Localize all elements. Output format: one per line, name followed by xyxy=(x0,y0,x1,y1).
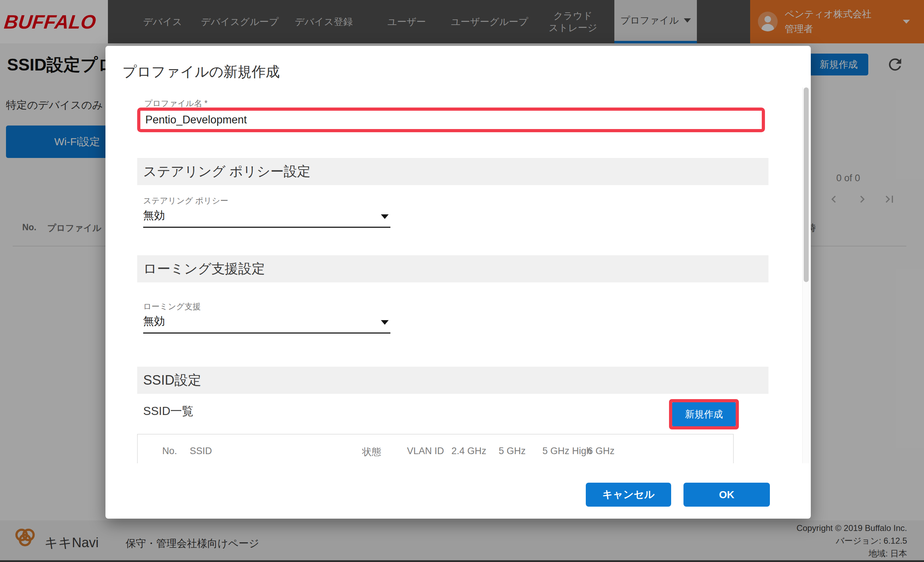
section-header-ssid: SSID設定 xyxy=(137,367,768,394)
ssid-list-label: SSID一覧 xyxy=(143,403,194,419)
ssid-col-vlan: VLAN ID xyxy=(407,446,444,457)
dialog-scroll-area[interactable]: プロファイル名 * ステアリング ポリシー設定 ステアリング ポリシー 無効 ロ… xyxy=(105,87,811,463)
section-header-label: SSID設定 xyxy=(143,371,201,389)
steering-policy-label: ステアリング ポリシー xyxy=(143,195,228,206)
section-header-label: ステアリング ポリシー設定 xyxy=(143,163,311,180)
ssid-create-button[interactable]: 新規作成 xyxy=(672,402,736,426)
profile-name-input[interactable] xyxy=(140,111,762,129)
ssid-col-5ghzhigh: 5 GHz High xyxy=(542,446,592,457)
dropdown-arrow-icon[interactable] xyxy=(381,320,388,325)
ssid-col-ssid: SSID xyxy=(190,446,212,457)
ssid-col-6ghz: 6 GHz xyxy=(588,446,615,457)
roaming-assist-select[interactable]: 無効 xyxy=(143,314,165,328)
section-header-roaming: ローミング支援設定 xyxy=(137,255,768,282)
create-profile-dialog: プロファイルの新規作成 プロファイル名 * ステアリング ポリシー設定 ステアリ… xyxy=(105,46,811,519)
ssid-table: No. SSID 状態 VLAN ID 2.4 GHz 5 GHz 5 GHz … xyxy=(137,434,734,463)
dialog-scrollbar[interactable] xyxy=(802,87,809,463)
ssid-col-5ghz: 5 GHz xyxy=(499,446,526,457)
annotation-box-profile-name xyxy=(137,108,765,132)
steering-policy-select[interactable]: 無効 xyxy=(143,208,165,223)
dialog-title: プロファイルの新規作成 xyxy=(122,62,280,81)
scrollbar-thumb[interactable] xyxy=(804,87,808,282)
ssid-col-no: No. xyxy=(162,446,177,457)
ok-button[interactable]: OK xyxy=(684,483,770,507)
section-header-steering: ステアリング ポリシー設定 xyxy=(137,158,768,185)
section-header-label: ローミング支援設定 xyxy=(143,260,265,278)
steering-select-underline xyxy=(143,227,390,228)
ssid-col-24ghz: 2.4 GHz xyxy=(452,446,486,457)
roaming-assist-label: ローミング支援 xyxy=(143,301,201,312)
cancel-button[interactable]: キャンセル xyxy=(586,483,671,507)
roaming-select-underline xyxy=(143,333,390,334)
dropdown-arrow-icon[interactable] xyxy=(381,214,388,219)
ssid-col-status: 状態 xyxy=(362,446,381,459)
annotation-box-ssid-create: 新規作成 xyxy=(669,399,739,429)
